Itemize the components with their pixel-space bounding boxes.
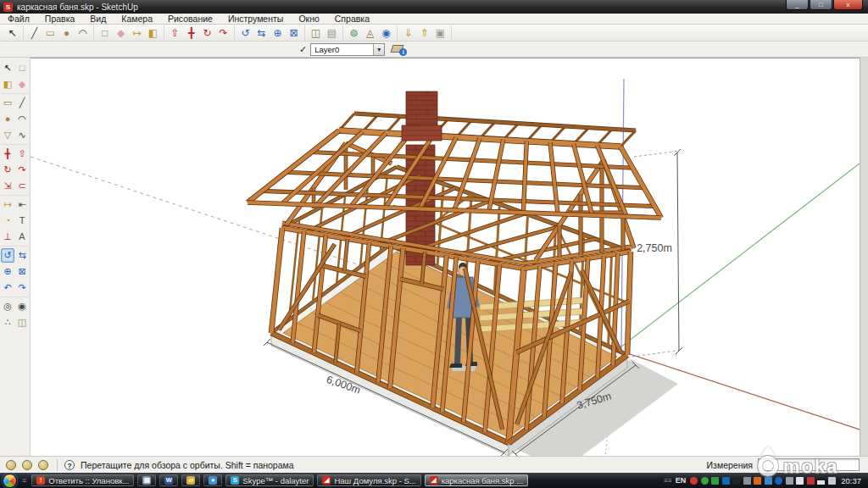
- tray-icon[interactable]: [796, 477, 804, 485]
- palette-tool[interactable]: ⇲: [1, 179, 14, 193]
- taskbar-button[interactable]: ◢Наш Домуля.skp - S...: [317, 474, 420, 486]
- toolbar-button[interactable]: ⇧: [167, 25, 183, 41]
- close-button[interactable]: x: [833, 0, 863, 10]
- toolbar-button[interactable]: ⇆: [253, 25, 270, 41]
- tray-icon[interactable]: [743, 477, 751, 485]
- taskbar-button[interactable]: ◢каркасная баня.skp ...: [425, 474, 529, 486]
- toolbar-button[interactable]: ◉: [378, 25, 394, 41]
- toolbar-button[interactable]: ◆: [113, 25, 129, 41]
- palette-tool[interactable]: ⊂: [15, 179, 29, 193]
- tray-icon[interactable]: [711, 477, 719, 485]
- toolbar-button[interactable]: ⇑: [416, 25, 432, 41]
- toolbar-button[interactable]: ↷: [215, 25, 231, 41]
- toolbar-button[interactable]: ╱: [26, 25, 42, 41]
- language-indicator[interactable]: EN: [676, 476, 687, 485]
- tray-icon[interactable]: [786, 477, 793, 485]
- palette-tool[interactable]: ⇆: [15, 248, 29, 263]
- chevron-down-icon[interactable]: ▼: [373, 44, 384, 55]
- tray-icon[interactable]: [732, 477, 740, 485]
- claim-credit-icon[interactable]: [38, 460, 48, 470]
- geolocation-icon[interactable]: [6, 460, 16, 470]
- tray-icon[interactable]: [817, 477, 825, 485]
- palette-tool[interactable]: A: [15, 230, 29, 244]
- palette-tool[interactable]: ▽: [1, 128, 14, 142]
- menu-item[interactable]: Вид: [82, 14, 114, 25]
- palette-tool[interactable]: ∿: [15, 128, 29, 142]
- palette-tool[interactable]: ⊠: [15, 264, 29, 279]
- palette-tool[interactable]: ◎: [1, 299, 14, 313]
- viewport-canvas[interactable]: 6,000m 3,750m 2,750m: [31, 58, 860, 457]
- toolbar-button[interactable]: ↻: [199, 25, 215, 41]
- palette-tool[interactable]: ↦: [1, 197, 14, 212]
- tray-icon[interactable]: [775, 477, 782, 485]
- layer-visible-check-icon[interactable]: ✓: [299, 44, 307, 55]
- maximize-button[interactable]: □: [810, 0, 832, 10]
- palette-tool[interactable]: ↖: [1, 61, 14, 75]
- palette-tool[interactable]: ╋: [1, 147, 14, 161]
- toolbar-button[interactable]: ◫: [308, 25, 324, 41]
- toolbar-button[interactable]: ╋: [183, 25, 199, 41]
- tray-icon[interactable]: [765, 477, 772, 485]
- menu-item[interactable]: Окно: [291, 14, 326, 25]
- browser-icon[interactable]: ●: [203, 474, 222, 486]
- layer-manager-button[interactable]: i: [390, 42, 407, 56]
- menu-item[interactable]: Рисование: [160, 14, 220, 25]
- tray-icon[interactable]: [828, 477, 836, 485]
- palette-tool[interactable]: ∴: [1, 315, 14, 330]
- layer-dropdown[interactable]: Layer0 ▼: [310, 43, 385, 56]
- toolbar-button[interactable]: ↺: [237, 25, 253, 41]
- toolbar-button[interactable]: ▭: [42, 25, 58, 41]
- palette-tool[interactable]: □: [15, 61, 29, 75]
- palette-tool[interactable]: ⊕: [1, 264, 14, 279]
- toolbar-button[interactable]: ⊕: [270, 25, 286, 41]
- toolbar-button[interactable]: ▣: [432, 25, 448, 41]
- toolbar-button[interactable]: ▤: [324, 25, 340, 41]
- minimize-button[interactable]: _: [786, 0, 809, 10]
- palette-tool[interactable]: ↶: [1, 280, 14, 295]
- toolbar-button[interactable]: ↖: [4, 25, 20, 41]
- tray-icon[interactable]: [754, 477, 761, 485]
- toolbar-button[interactable]: ●: [58, 25, 75, 41]
- palette-tool[interactable]: ╱: [15, 96, 29, 110]
- palette-tool[interactable]: ↺: [1, 248, 14, 263]
- toolbar-button[interactable]: ⊚: [346, 25, 362, 41]
- palette-tool[interactable]: ◔: [1, 214, 14, 228]
- toolbar-button[interactable]: ◧: [145, 25, 161, 41]
- computer-icon[interactable]: ▤: [137, 474, 156, 486]
- palette-tool[interactable]: ◠: [15, 112, 29, 126]
- menu-item[interactable]: Правка: [37, 14, 82, 25]
- toolbar-button[interactable]: ◬: [362, 25, 378, 41]
- toolbar-button[interactable]: □: [97, 25, 113, 41]
- tray-grip-icon[interactable]: ≡≡: [664, 477, 671, 485]
- measurements-input[interactable]: [758, 458, 860, 471]
- toolbar-button[interactable]: ↦: [129, 25, 145, 41]
- palette-tool[interactable]: T: [15, 214, 29, 228]
- taskbar-button[interactable]: !Ответить :: Улановк...: [31, 474, 134, 486]
- toolbar-button[interactable]: ◠: [75, 25, 91, 41]
- palette-tool[interactable]: ⊥: [1, 230, 14, 244]
- palette-tool[interactable]: ↻: [1, 163, 14, 177]
- palette-tool[interactable]: ⇧: [15, 147, 29, 161]
- menu-item[interactable]: Справка: [327, 14, 377, 25]
- menu-item[interactable]: Камера: [114, 14, 160, 25]
- tray-icon[interactable]: [690, 477, 698, 485]
- tray-icon[interactable]: [701, 477, 709, 485]
- help-icon[interactable]: ?: [64, 460, 75, 470]
- palette-tool[interactable]: ◧: [1, 77, 14, 92]
- tray-icon[interactable]: [807, 477, 815, 485]
- palette-tool[interactable]: ▭: [1, 96, 14, 110]
- menu-item[interactable]: Файл: [0, 14, 37, 25]
- palette-tool[interactable]: ◉: [15, 299, 29, 313]
- tray-icon[interactable]: [722, 477, 730, 485]
- palette-tool[interactable]: ◫: [15, 315, 29, 330]
- credits-icon[interactable]: [22, 460, 32, 470]
- toolbar-button[interactable]: ⇓: [400, 25, 416, 41]
- palette-tool[interactable]: ↷: [15, 163, 29, 177]
- start-button[interactable]: [3, 474, 17, 488]
- palette-tool[interactable]: ↷: [15, 280, 29, 295]
- palette-tool[interactable]: ●: [1, 112, 14, 126]
- clock[interactable]: 20:37: [841, 476, 861, 485]
- palette-tool[interactable]: ◆: [15, 77, 29, 92]
- taskbar-button[interactable]: SSkype™ - dalayter: [225, 474, 314, 486]
- word-icon[interactable]: W: [159, 474, 178, 486]
